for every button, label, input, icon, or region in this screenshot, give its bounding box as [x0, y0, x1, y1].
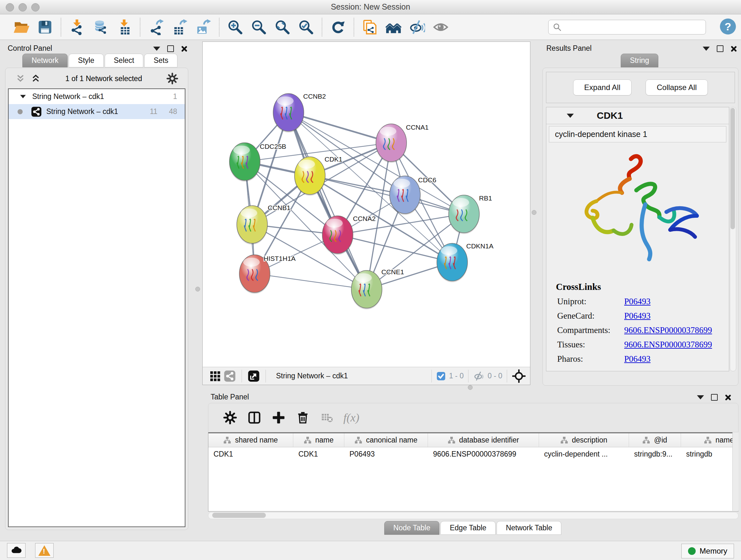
export-network-button[interactable]: [146, 17, 166, 37]
zoom-selected-button[interactable]: [296, 17, 316, 37]
import-table-from-file-button[interactable]: [114, 17, 134, 37]
import-network-from-file-button[interactable]: [67, 17, 87, 37]
right-splitter-grip[interactable]: [532, 210, 536, 215]
node-cdc6[interactable]: CDC6: [389, 176, 436, 215]
node-ccne1[interactable]: CCNE1: [351, 268, 404, 309]
table-cell[interactable]: stringdb:9...: [629, 447, 681, 458]
table-panel-close-icon[interactable]: [725, 394, 731, 400]
function-builder-button[interactable]: f(x): [342, 408, 360, 427]
show-columns-button[interactable]: [245, 408, 264, 427]
table-hscrollbar[interactable]: [208, 512, 738, 519]
control-panel-close-icon[interactable]: [181, 46, 187, 52]
table-cell[interactable]: cyclin-dependent ...: [539, 447, 629, 458]
tree-expand-icon[interactable]: [20, 95, 26, 98]
network-canvas[interactable]: CCNB2 CCNA1 CDC25B CDK1 CDC6 RB1 CCNB1: [203, 42, 530, 367]
hidden-eye-slash-icon[interactable]: [473, 370, 484, 382]
left-splitter-grip[interactable]: [195, 287, 200, 292]
results-panel-collapse-icon[interactable]: [703, 47, 710, 51]
tab-node-table[interactable]: Node Table: [384, 521, 440, 535]
table-cell[interactable]: CDK1: [208, 447, 293, 458]
open-in-new-window-icon[interactable]: [246, 369, 261, 383]
hide-selected-button[interactable]: [407, 17, 427, 37]
node-ccnb2[interactable]: CCNB2: [273, 92, 326, 132]
crosslink-link[interactable]: P06493: [624, 311, 651, 321]
collapse-all-chevrons-icon[interactable]: [15, 73, 26, 84]
duplicate-network-button[interactable]: [360, 17, 380, 37]
delete-table-button[interactable]: [318, 408, 336, 427]
results-panel-close-icon[interactable]: [731, 46, 737, 52]
table-settings-button[interactable]: [221, 408, 239, 427]
column-header-canonical-name[interactable]: canonical name: [344, 433, 428, 447]
tab-style[interactable]: Style: [69, 54, 104, 67]
network-view[interactable]: CCNB2 CCNA1 CDC25B CDK1 CDC6 RB1 CCNB1: [202, 42, 530, 385]
grid-view-icon[interactable]: [208, 369, 222, 383]
selected-checkbox-icon[interactable]: [436, 371, 446, 381]
refresh-view-button[interactable]: [328, 17, 348, 37]
column-header-name[interactable]: name: [293, 433, 344, 447]
expand-all-button[interactable]: Expand All: [573, 79, 631, 96]
table-cell[interactable]: CDK1: [293, 447, 344, 458]
section-collapse-icon[interactable]: [567, 114, 574, 118]
add-column-button[interactable]: [269, 408, 288, 427]
cdk1-section-header[interactable]: CDK1: [546, 107, 729, 124]
tab-edge-table[interactable]: Edge Table: [441, 521, 495, 535]
show-graphics-details-button[interactable]: [431, 17, 451, 37]
tab-network-table[interactable]: Network Table: [496, 521, 561, 535]
horizontal-splitter-grip[interactable]: [468, 385, 473, 390]
node-ccna1[interactable]: CCNA1: [376, 124, 428, 163]
export-image-button[interactable]: [193, 17, 213, 37]
crosslink-link[interactable]: 9606.ENSP00000378699: [624, 325, 712, 335]
tab-sets[interactable]: Sets: [144, 54, 178, 67]
first-neighbors-button[interactable]: [384, 17, 403, 37]
memory-button[interactable]: Memory: [681, 544, 734, 558]
import-network-icon: [69, 19, 85, 35]
crosslink-link[interactable]: 9606.ENSP00000378699: [624, 340, 712, 350]
node-rb1[interactable]: RB1: [448, 194, 492, 234]
column-header-database-identifier[interactable]: database identifier: [428, 433, 539, 447]
expand-all-chevrons-icon[interactable]: [30, 73, 41, 84]
column-header-namespace[interactable]: namespace: [681, 433, 738, 447]
table-cell[interactable]: stringdb: [681, 447, 738, 458]
crosslink-link[interactable]: P06493: [624, 354, 651, 364]
zoom-in-button[interactable]: [225, 17, 245, 37]
network-collection-row[interactable]: String Network – cdk1 1: [9, 89, 185, 104]
network-row[interactable]: String Network – cdk1 11 48: [9, 104, 185, 119]
collapse-all-button[interactable]: Collapse All: [646, 79, 708, 96]
delete-column-button[interactable]: [293, 408, 312, 427]
node-ccna2[interactable]: CCNA2: [322, 215, 376, 255]
gear-icon[interactable]: [166, 72, 179, 84]
table-cell[interactable]: P06493: [344, 447, 428, 458]
node-table[interactable]: shared name name canonical name database…: [208, 432, 738, 511]
results-scrollbar[interactable]: [730, 107, 736, 371]
warnings-button[interactable]: [35, 543, 54, 558]
column-header-description[interactable]: description: [539, 433, 629, 447]
column-header-@id[interactable]: @id: [629, 433, 681, 447]
tab-string[interactable]: String: [621, 54, 658, 67]
save-session-button[interactable]: [35, 17, 55, 37]
table-panel-float-icon[interactable]: [711, 394, 718, 401]
cloud-button[interactable]: [7, 543, 25, 558]
node-hist1h1a[interactable]: HIST1H1A: [239, 255, 295, 294]
import-network-from-database-button[interactable]: [91, 17, 111, 37]
tab-select[interactable]: Select: [105, 54, 144, 67]
zoom-fit-button[interactable]: [273, 17, 292, 37]
node-cdc25b[interactable]: CDC25B: [229, 143, 286, 182]
network-collection-count: 1: [173, 92, 177, 101]
search-input[interactable]: [564, 23, 705, 32]
zoom-out-button[interactable]: [249, 17, 269, 37]
results-panel-float-icon[interactable]: [717, 45, 724, 52]
control-panel-float-icon[interactable]: [167, 45, 174, 52]
node-cdkn1a[interactable]: CDKN1A: [436, 242, 493, 282]
table-panel-collapse-icon[interactable]: [697, 395, 704, 399]
table-cell[interactable]: 9606.ENSP00000378699: [428, 447, 539, 458]
open-session-button[interactable]: [11, 17, 31, 37]
tab-network[interactable]: Network: [22, 54, 68, 67]
share-view-icon[interactable]: [222, 369, 237, 383]
birds-eye-view-icon[interactable]: [512, 369, 526, 383]
table-vscrollbar[interactable]: [732, 432, 738, 511]
control-panel-collapse-icon[interactable]: [153, 47, 160, 51]
crosslink-link[interactable]: P06493: [624, 297, 651, 307]
export-table-button[interactable]: [170, 17, 190, 37]
column-header-shared-name[interactable]: shared name: [208, 433, 293, 447]
help-button[interactable]: ?: [720, 18, 736, 35]
